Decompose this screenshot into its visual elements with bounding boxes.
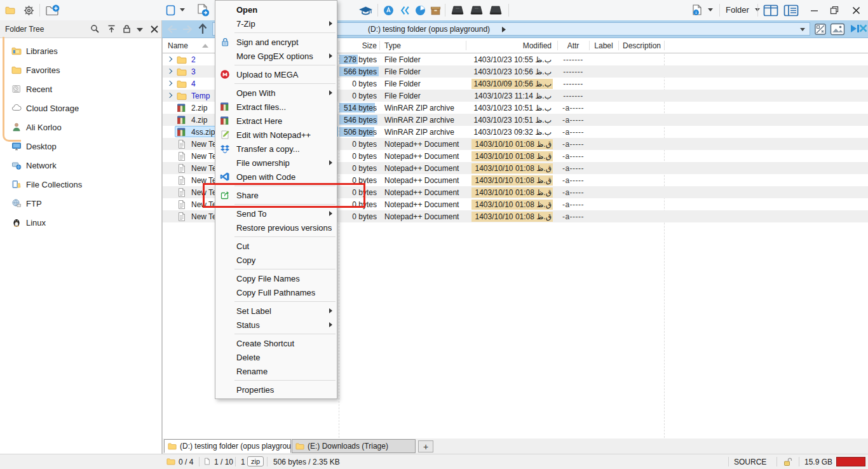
tree-search-icon[interactable] [90,24,100,34]
new-tab-button[interactable]: + [418,440,433,452]
tree-item-cloud-storage[interactable]: Cloud Storage [0,99,161,117]
tree-item-desktop[interactable]: Desktop [0,137,161,155]
menu-item-extract-here[interactable]: Extract Here [215,114,337,128]
menu-item-send-to[interactable]: Send To [215,207,337,221]
menu-item-extract-files[interactable]: Extract files... [215,100,337,114]
app-store-icon[interactable] [383,4,394,16]
unlocked-icon[interactable] [783,457,793,467]
chevrons-icon[interactable] [399,4,410,16]
menu-item-file-ownership[interactable]: File ownership [215,156,337,170]
menu-item-restore-previous-versions[interactable]: Restore previous versions [215,221,337,234]
breadcrumb-path[interactable]: (D:) testing folder (opus playground) [368,25,490,34]
dual-pane-layout-button[interactable] [763,4,779,17]
file-name[interactable]: New Te [191,212,217,221]
copy-button[interactable] [164,4,178,17]
pane-splitter[interactable] [162,38,163,454]
expand-chevron-icon[interactable] [167,81,172,86]
file-name[interactable]: Temp [191,92,210,100]
file-type: File Folder [384,67,421,76]
archive-box-icon[interactable] [430,4,441,16]
tab-e-downloads-triage[interactable]: (E:) Downloads (Triage) [292,439,416,453]
menu-item-open[interactable]: Open [215,3,337,17]
column-header-attr[interactable]: Attr [557,41,589,50]
copy-dropdown-arrow-icon[interactable] [180,8,185,11]
menu-item-create-shortcut[interactable]: Create Shortcut [215,336,337,350]
back-button[interactable] [166,24,178,34]
menu-item-cut[interactable]: Cut [215,239,337,253]
expand-chevron-icon[interactable] [167,69,172,74]
file-name[interactable]: 4ss.zip [191,128,215,137]
menu-item-set-label[interactable]: Set Label [215,304,337,318]
file-name[interactable]: New Te [191,152,217,161]
menu-item-transfer-a-copy[interactable]: Transfer a copy... [215,142,337,156]
tree-item-favorites[interactable]: Favorites [0,61,161,79]
menu-item-properties[interactable]: Properties [215,383,337,397]
menu-item-rename[interactable]: Rename [215,364,337,378]
file-name[interactable]: 3 [191,67,196,76]
menu-item-status[interactable]: Status [215,318,337,332]
tree-item-ali-korloo[interactable]: Ali Korloo [0,118,161,136]
tree-options-dropdown-icon[interactable] [137,28,143,32]
folder-icon [177,55,187,65]
drive-pouch-icon-1[interactable] [450,4,465,16]
tree-item-linux[interactable]: Linux [0,214,161,231]
filter-toggle-icon[interactable] [814,23,827,36]
new-folder-button[interactable] [44,3,61,17]
menu-item-upload-to-mega[interactable]: Upload to MEGA [215,67,337,81]
menu-item-sign-and-encrypt[interactable]: Sign and encrypt [215,35,337,49]
drive-pouch-icon-2[interactable] [469,4,484,16]
tree-lock-icon[interactable] [122,24,132,34]
up-button[interactable] [198,23,208,35]
column-header-description[interactable]: Description [623,41,661,50]
file-name[interactable]: 4.zip [191,116,207,125]
expand-chevron-icon[interactable] [167,57,172,62]
file-name[interactable]: 2.zip [191,104,207,112]
column-header-size[interactable]: Size [339,41,377,50]
tree-item-ftp[interactable]: FTP [0,194,161,212]
file-name[interactable]: New Te [191,140,217,149]
restore-button[interactable] [826,4,843,17]
tree-item-recent[interactable]: Recent [0,80,161,98]
view-mode-button[interactable]: Folder [726,5,760,15]
menu-item-edit-with-notepad[interactable]: Edit with Notepad++ [215,128,337,142]
tab-d-testing-folder[interactable]: (D:) testing folder (opus playgrou [164,439,291,453]
tree-item-file-collections[interactable]: File Collections [0,175,161,193]
breadcrumb-chevron-icon[interactable] [502,27,506,32]
close-pane-icon[interactable] [858,24,868,33]
tree-collapse-icon[interactable] [107,24,116,34]
paste-button[interactable] [194,3,211,17]
minimize-button[interactable] [806,4,822,17]
menu-item-copy[interactable]: Copy [215,253,337,267]
menu-item-copy-full-pathnames[interactable]: Copy Full Pathnames [215,285,337,299]
expand-chevron-icon[interactable] [167,93,172,98]
breadcrumb-dropdown-arrow-icon[interactable] [800,28,805,31]
pie-chart-icon[interactable] [414,4,426,16]
file-name[interactable]: New Te [191,164,217,173]
settings-gear-icon[interactable] [22,4,35,17]
tree-list-layout-button[interactable] [783,4,799,17]
file-info-button[interactable] [690,4,704,17]
menu-item-open-with-code[interactable]: Open with Code [215,170,337,184]
tree-item-network[interactable]: Network [0,156,161,174]
menu-item-7-zip[interactable]: 7-Zip [215,17,337,31]
forward-button[interactable] [182,24,193,34]
column-header-type[interactable]: Type [384,41,401,50]
file-name[interactable]: 4 [191,79,196,88]
column-header-name[interactable]: Name [168,41,188,50]
viewer-pane-icon[interactable] [830,23,845,36]
menu-item-more-gpgex-options[interactable]: More GpgEX options [215,49,337,63]
file-name[interactable]: 2 [191,55,196,64]
tree-item-libraries[interactable]: Libraries [0,42,161,60]
drive-pouch-icon-3[interactable] [488,4,503,16]
close-button[interactable] [848,4,864,17]
menu-item-copy-file-names[interactable]: Copy File Names [215,271,337,285]
tree-close-icon[interactable] [150,25,159,34]
graduation-cap-icon[interactable] [357,4,374,17]
folder-icon[interactable] [4,4,17,16]
info-dropdown-arrow-icon[interactable] [708,8,713,11]
menu-item-open-with[interactable]: Open With [215,86,337,100]
column-header-modified[interactable]: Modified [471,41,552,50]
menu-item-delete[interactable]: Delete [215,350,337,364]
column-header-label[interactable]: Label [589,41,618,50]
file-modified: 1403/10/10 01:08 ق.ظ [471,187,553,198]
